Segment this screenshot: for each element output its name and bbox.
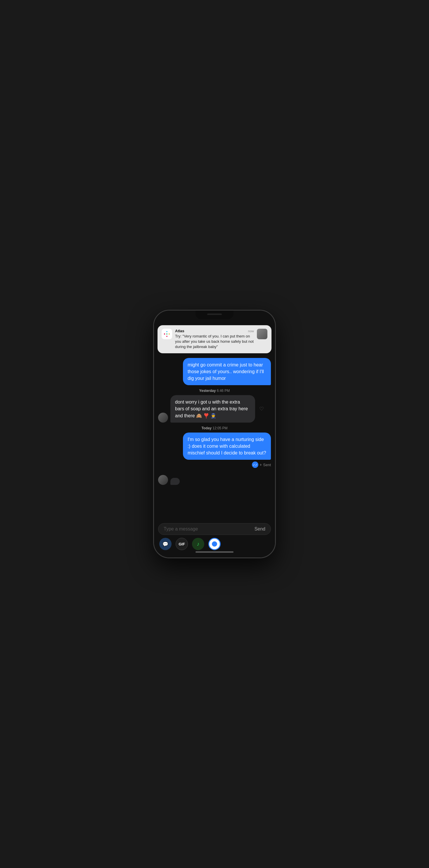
sent-status: ✓✓ + Sent — [158, 462, 271, 468]
phone-frame: Atlas now Try: "Very romantic of you. I … — [153, 310, 276, 558]
notification-time: now — [248, 329, 254, 333]
contact-avatar-1 — [158, 413, 168, 423]
sent-plus-icon: + — [260, 462, 262, 467]
circle-button[interactable] — [208, 538, 221, 550]
timestamp-1: Yesterday 6:46 PM — [158, 389, 271, 393]
home-indicator — [196, 551, 233, 553]
svg-rect-4 — [166, 336, 167, 337]
notification-banner[interactable]: Atlas now Try: "Very romantic of you. I … — [158, 325, 271, 353]
notification-avatar — [257, 329, 267, 339]
circle-icon-inner — [212, 541, 217, 547]
screen: Atlas now Try: "Very romantic of you. I … — [154, 311, 275, 557]
incoming-message-2 — [170, 478, 180, 485]
svg-rect-2 — [166, 333, 167, 335]
notification-header: Atlas now — [175, 329, 254, 333]
music-icon: ♪ — [197, 541, 200, 547]
phone-notch — [196, 311, 233, 319]
svg-rect-1 — [166, 331, 167, 332]
notification-text: Try: "Very romantic of you. I can put th… — [175, 334, 254, 350]
contact-avatar-2 — [158, 475, 168, 485]
notification-app-icon — [162, 329, 172, 339]
gif-label: GIF — [178, 542, 185, 546]
incoming-message-row-1: dont worry i got u with the extra bars o… — [158, 395, 271, 423]
outgoing-message-2: I'm so glad you have a nurturing side :)… — [183, 433, 271, 460]
music-button[interactable]: ♪ — [192, 538, 204, 550]
gif-button[interactable]: GIF — [176, 538, 188, 550]
chat-icon-button[interactable]: 💬 — [159, 538, 171, 550]
notification-app-name: Atlas — [175, 329, 185, 333]
input-area: Type a message Send 💬 GIF ♪ — [154, 520, 275, 557]
sent-label: Sent — [263, 463, 271, 467]
notification-content: Atlas now Try: "Very romantic of you. I … — [175, 329, 254, 350]
chat-icon: 💬 — [163, 541, 168, 547]
message-input-placeholder[interactable]: Type a message — [164, 526, 255, 532]
incoming-message-row-2 — [158, 475, 271, 485]
incoming-message-1: dont worry i got u with the extra bars o… — [170, 395, 255, 423]
toolbar-icons: 💬 GIF ♪ — [158, 538, 271, 550]
timestamp-2: Today 12:05 PM — [158, 426, 271, 430]
svg-rect-3 — [169, 333, 170, 335]
send-button[interactable]: Send — [255, 526, 265, 532]
svg-rect-5 — [164, 333, 165, 335]
sent-checkmark: ✓✓ — [252, 462, 258, 468]
chat-area: might go commit a crime just to hear tho… — [154, 355, 275, 520]
heart-reaction-1[interactable]: ♡ — [259, 406, 264, 412]
speaker — [207, 313, 222, 315]
message-input-row[interactable]: Type a message Send — [158, 523, 271, 535]
outgoing-message-1: might go commit a crime just to hear tho… — [183, 358, 271, 385]
